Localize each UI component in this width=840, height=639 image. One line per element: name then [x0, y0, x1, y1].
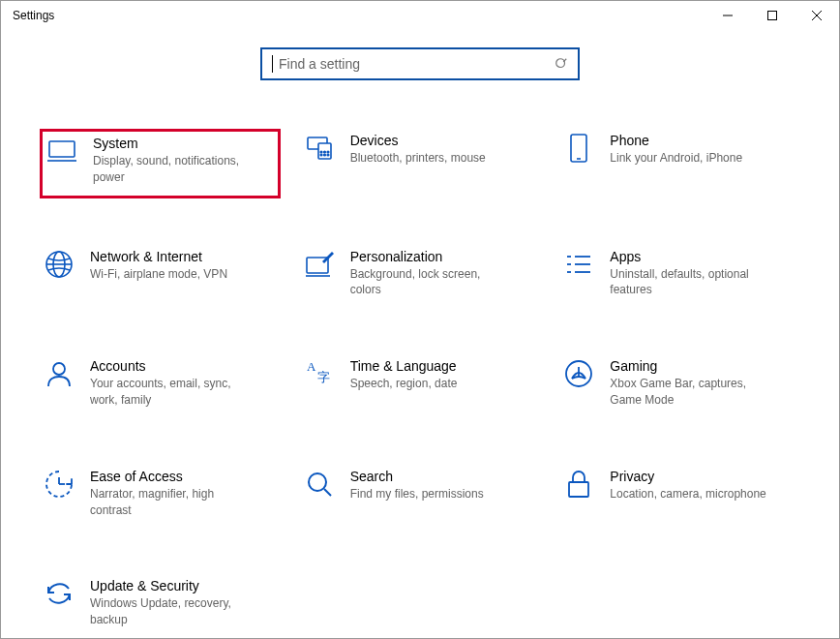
svg-point-11 — [323, 154, 325, 156]
tile-desc: Location, camera, microphone — [610, 486, 765, 502]
svg-rect-6 — [49, 141, 75, 157]
minimize-button[interactable] — [705, 1, 750, 30]
tile-desc: Speech, region, date — [350, 376, 458, 392]
tile-ease-of-access[interactable]: Ease of Access Narrator, magnifier, high… — [40, 465, 281, 529]
search-row: Find a setting — [1, 47, 839, 80]
svg-point-14 — [323, 151, 325, 153]
tile-update-security[interactable]: Update & Security Windows Update, recove… — [40, 574, 281, 638]
tile-desc: Bluetooth, printers, mouse — [350, 150, 486, 167]
tile-title: Personalization — [350, 249, 515, 264]
svg-point-12 — [327, 154, 329, 156]
tile-desc: Display, sound, notifications, power — [93, 153, 257, 186]
tile-title: System — [93, 136, 257, 151]
personalization-icon — [304, 249, 335, 280]
tile-gaming[interactable]: Gaming Xbox Game Bar, captures, Game Mod… — [559, 354, 800, 418]
tile-search[interactable]: Search Find my files, permissions — [300, 465, 541, 529]
svg-point-4 — [556, 59, 565, 68]
tile-accounts[interactable]: Accounts Your accounts, email, sync, wor… — [40, 354, 281, 418]
update-icon — [44, 578, 75, 609]
tile-system[interactable]: System Display, sound, notifications, po… — [40, 129, 281, 198]
svg-rect-1 — [768, 12, 777, 20]
tile-title: Phone — [610, 133, 742, 148]
tile-desc: Narrator, magnifier, high contrast — [90, 486, 255, 519]
tile-title: Privacy — [610, 469, 765, 484]
settings-grid: System Display, sound, notifications, po… — [1, 80, 839, 639]
titlebar: Settings — [1, 1, 839, 30]
svg-rect-16 — [571, 135, 586, 162]
search-input[interactable]: Find a setting — [260, 47, 580, 80]
tile-title: Ease of Access — [90, 469, 255, 484]
time-language-icon: A 字 — [304, 358, 335, 389]
tile-title: Apps — [610, 249, 774, 264]
accounts-icon — [44, 358, 75, 389]
magnifier-icon — [304, 469, 335, 500]
apps-icon — [563, 249, 594, 280]
svg-rect-38 — [569, 482, 588, 497]
tile-desc: Link your Android, iPhone — [610, 150, 742, 167]
window-title: Settings — [13, 9, 54, 22]
tile-title: Time & Language — [350, 358, 458, 374]
svg-text:A: A — [307, 360, 316, 374]
search-icon — [555, 57, 568, 71]
window-controls — [705, 1, 839, 30]
svg-point-13 — [320, 151, 322, 153]
tile-time-language[interactable]: A 字 Time & Language Speech, region, date — [300, 354, 541, 418]
tile-desc: Uninstall, defaults, optional features — [610, 266, 774, 299]
globe-icon — [44, 249, 75, 280]
phone-icon — [563, 133, 594, 164]
ease-of-access-icon — [44, 469, 75, 500]
svg-point-36 — [309, 473, 326, 491]
tile-desc: Find my files, permissions — [350, 486, 484, 502]
svg-line-37 — [324, 489, 331, 496]
tile-desc: Your accounts, email, sync, work, family — [90, 376, 255, 409]
tile-title: Network & Internet — [90, 249, 227, 264]
svg-point-29 — [53, 363, 65, 375]
tile-privacy[interactable]: Privacy Location, camera, microphone — [559, 465, 800, 529]
tile-desc: Windows Update, recovery, backup — [90, 595, 255, 628]
tile-devices[interactable]: Devices Bluetooth, printers, mouse — [300, 129, 541, 198]
system-icon — [46, 136, 77, 167]
tile-title: Search — [350, 469, 484, 484]
tile-network[interactable]: Network & Internet Wi-Fi, airplane mode,… — [40, 245, 281, 309]
lock-icon — [563, 469, 594, 500]
tile-personalization[interactable]: Personalization Background, lock screen,… — [300, 245, 541, 309]
tile-apps[interactable]: Apps Uninstall, defaults, optional featu… — [559, 245, 800, 309]
tile-desc: Wi-Fi, airplane mode, VPN — [90, 266, 227, 283]
svg-point-10 — [320, 154, 322, 156]
tile-title: Update & Security — [90, 578, 255, 593]
tile-desc: Xbox Game Bar, captures, Game Mode — [610, 376, 774, 409]
devices-icon — [304, 133, 335, 164]
tile-desc: Background, lock screen, colors — [350, 266, 515, 299]
maximize-button[interactable] — [750, 1, 795, 30]
close-button[interactable] — [795, 1, 839, 30]
tile-title: Devices — [350, 133, 486, 148]
search-placeholder: Find a setting — [272, 55, 360, 73]
tile-phone[interactable]: Phone Link your Android, iPhone — [559, 129, 800, 198]
tile-title: Accounts — [90, 358, 255, 374]
svg-text:字: 字 — [317, 370, 330, 384]
tile-title: Gaming — [610, 358, 774, 374]
gaming-icon — [563, 358, 594, 389]
svg-point-15 — [327, 151, 329, 153]
